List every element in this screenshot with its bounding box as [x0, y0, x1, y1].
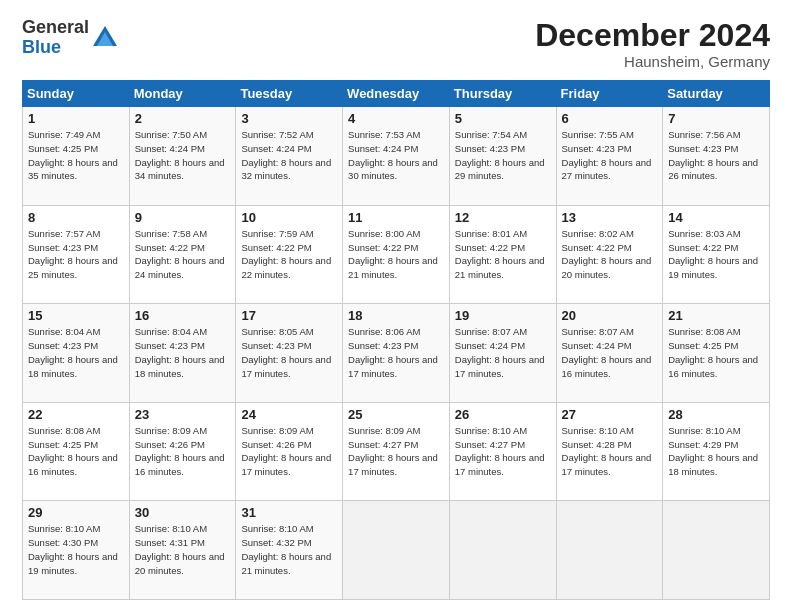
table-row: 7 Sunrise: 7:56 AM Sunset: 4:23 PM Dayli…	[663, 107, 770, 206]
day-number: 28	[668, 407, 764, 422]
day-info: Sunrise: 7:53 AM Sunset: 4:24 PM Dayligh…	[348, 128, 444, 183]
day-info: Sunrise: 8:08 AM Sunset: 4:25 PM Dayligh…	[28, 424, 124, 479]
day-number: 29	[28, 505, 124, 520]
table-row	[663, 501, 770, 600]
table-row: 20 Sunrise: 8:07 AM Sunset: 4:24 PM Dayl…	[556, 304, 663, 403]
day-info: Sunrise: 8:02 AM Sunset: 4:22 PM Dayligh…	[562, 227, 658, 282]
calendar-header-row: Sunday Monday Tuesday Wednesday Thursday…	[23, 81, 770, 107]
day-info: Sunrise: 8:08 AM Sunset: 4:25 PM Dayligh…	[668, 325, 764, 380]
day-info: Sunrise: 7:49 AM Sunset: 4:25 PM Dayligh…	[28, 128, 124, 183]
day-number: 16	[135, 308, 231, 323]
table-row: 23 Sunrise: 8:09 AM Sunset: 4:26 PM Dayl…	[129, 402, 236, 501]
day-number: 9	[135, 210, 231, 225]
day-info: Sunrise: 8:07 AM Sunset: 4:24 PM Dayligh…	[562, 325, 658, 380]
day-info: Sunrise: 7:52 AM Sunset: 4:24 PM Dayligh…	[241, 128, 337, 183]
day-info: Sunrise: 8:06 AM Sunset: 4:23 PM Dayligh…	[348, 325, 444, 380]
day-info: Sunrise: 7:54 AM Sunset: 4:23 PM Dayligh…	[455, 128, 551, 183]
calendar-body: 1 Sunrise: 7:49 AM Sunset: 4:25 PM Dayli…	[23, 107, 770, 600]
day-number: 13	[562, 210, 658, 225]
table-row: 14 Sunrise: 8:03 AM Sunset: 4:22 PM Dayl…	[663, 205, 770, 304]
day-info: Sunrise: 8:00 AM Sunset: 4:22 PM Dayligh…	[348, 227, 444, 282]
day-info: Sunrise: 8:10 AM Sunset: 4:31 PM Dayligh…	[135, 522, 231, 577]
day-number: 23	[135, 407, 231, 422]
table-row: 25 Sunrise: 8:09 AM Sunset: 4:27 PM Dayl…	[343, 402, 450, 501]
table-row: 24 Sunrise: 8:09 AM Sunset: 4:26 PM Dayl…	[236, 402, 343, 501]
table-row: 12 Sunrise: 8:01 AM Sunset: 4:22 PM Dayl…	[449, 205, 556, 304]
header: General Blue December 2024 Haunsheim, Ge…	[22, 18, 770, 70]
page: General Blue December 2024 Haunsheim, Ge…	[0, 0, 792, 612]
calendar-table: Sunday Monday Tuesday Wednesday Thursday…	[22, 80, 770, 600]
day-number: 1	[28, 111, 124, 126]
table-row: 1 Sunrise: 7:49 AM Sunset: 4:25 PM Dayli…	[23, 107, 130, 206]
day-info: Sunrise: 8:09 AM Sunset: 4:26 PM Dayligh…	[135, 424, 231, 479]
day-number: 11	[348, 210, 444, 225]
location: Haunsheim, Germany	[535, 53, 770, 70]
table-row	[343, 501, 450, 600]
table-row	[556, 501, 663, 600]
table-row: 28 Sunrise: 8:10 AM Sunset: 4:29 PM Dayl…	[663, 402, 770, 501]
logo-icon	[91, 24, 119, 52]
header-saturday: Saturday	[663, 81, 770, 107]
header-wednesday: Wednesday	[343, 81, 450, 107]
day-number: 22	[28, 407, 124, 422]
table-row	[449, 501, 556, 600]
day-number: 27	[562, 407, 658, 422]
day-number: 30	[135, 505, 231, 520]
day-info: Sunrise: 8:03 AM Sunset: 4:22 PM Dayligh…	[668, 227, 764, 282]
table-row: 13 Sunrise: 8:02 AM Sunset: 4:22 PM Dayl…	[556, 205, 663, 304]
day-number: 6	[562, 111, 658, 126]
table-row: 8 Sunrise: 7:57 AM Sunset: 4:23 PM Dayli…	[23, 205, 130, 304]
day-info: Sunrise: 8:04 AM Sunset: 4:23 PM Dayligh…	[28, 325, 124, 380]
header-monday: Monday	[129, 81, 236, 107]
title-block: December 2024 Haunsheim, Germany	[535, 18, 770, 70]
day-info: Sunrise: 8:04 AM Sunset: 4:23 PM Dayligh…	[135, 325, 231, 380]
table-row: 10 Sunrise: 7:59 AM Sunset: 4:22 PM Dayl…	[236, 205, 343, 304]
table-row: 6 Sunrise: 7:55 AM Sunset: 4:23 PM Dayli…	[556, 107, 663, 206]
calendar-week-row: 1 Sunrise: 7:49 AM Sunset: 4:25 PM Dayli…	[23, 107, 770, 206]
day-number: 2	[135, 111, 231, 126]
day-number: 21	[668, 308, 764, 323]
table-row: 29 Sunrise: 8:10 AM Sunset: 4:30 PM Dayl…	[23, 501, 130, 600]
table-row: 19 Sunrise: 8:07 AM Sunset: 4:24 PM Dayl…	[449, 304, 556, 403]
day-number: 7	[668, 111, 764, 126]
logo-blue: Blue	[22, 38, 89, 58]
month-title: December 2024	[535, 18, 770, 53]
table-row: 27 Sunrise: 8:10 AM Sunset: 4:28 PM Dayl…	[556, 402, 663, 501]
day-info: Sunrise: 8:01 AM Sunset: 4:22 PM Dayligh…	[455, 227, 551, 282]
table-row: 5 Sunrise: 7:54 AM Sunset: 4:23 PM Dayli…	[449, 107, 556, 206]
day-info: Sunrise: 8:05 AM Sunset: 4:23 PM Dayligh…	[241, 325, 337, 380]
day-number: 20	[562, 308, 658, 323]
table-row: 16 Sunrise: 8:04 AM Sunset: 4:23 PM Dayl…	[129, 304, 236, 403]
day-info: Sunrise: 8:10 AM Sunset: 4:32 PM Dayligh…	[241, 522, 337, 577]
day-info: Sunrise: 7:50 AM Sunset: 4:24 PM Dayligh…	[135, 128, 231, 183]
day-number: 24	[241, 407, 337, 422]
table-row: 15 Sunrise: 8:04 AM Sunset: 4:23 PM Dayl…	[23, 304, 130, 403]
day-info: Sunrise: 7:56 AM Sunset: 4:23 PM Dayligh…	[668, 128, 764, 183]
calendar-week-row: 15 Sunrise: 8:04 AM Sunset: 4:23 PM Dayl…	[23, 304, 770, 403]
day-info: Sunrise: 8:09 AM Sunset: 4:26 PM Dayligh…	[241, 424, 337, 479]
day-info: Sunrise: 7:55 AM Sunset: 4:23 PM Dayligh…	[562, 128, 658, 183]
day-info: Sunrise: 8:10 AM Sunset: 4:29 PM Dayligh…	[668, 424, 764, 479]
table-row: 21 Sunrise: 8:08 AM Sunset: 4:25 PM Dayl…	[663, 304, 770, 403]
header-thursday: Thursday	[449, 81, 556, 107]
logo-general: General	[22, 18, 89, 38]
day-info: Sunrise: 7:58 AM Sunset: 4:22 PM Dayligh…	[135, 227, 231, 282]
day-number: 5	[455, 111, 551, 126]
day-number: 19	[455, 308, 551, 323]
day-number: 31	[241, 505, 337, 520]
calendar-week-row: 29 Sunrise: 8:10 AM Sunset: 4:30 PM Dayl…	[23, 501, 770, 600]
calendar-week-row: 8 Sunrise: 7:57 AM Sunset: 4:23 PM Dayli…	[23, 205, 770, 304]
day-number: 14	[668, 210, 764, 225]
logo-text: General Blue	[22, 18, 89, 58]
header-sunday: Sunday	[23, 81, 130, 107]
day-number: 15	[28, 308, 124, 323]
day-info: Sunrise: 7:57 AM Sunset: 4:23 PM Dayligh…	[28, 227, 124, 282]
table-row: 22 Sunrise: 8:08 AM Sunset: 4:25 PM Dayl…	[23, 402, 130, 501]
day-number: 3	[241, 111, 337, 126]
day-info: Sunrise: 8:10 AM Sunset: 4:30 PM Dayligh…	[28, 522, 124, 577]
day-number: 18	[348, 308, 444, 323]
day-info: Sunrise: 8:07 AM Sunset: 4:24 PM Dayligh…	[455, 325, 551, 380]
table-row: 18 Sunrise: 8:06 AM Sunset: 4:23 PM Dayl…	[343, 304, 450, 403]
table-row: 2 Sunrise: 7:50 AM Sunset: 4:24 PM Dayli…	[129, 107, 236, 206]
table-row: 26 Sunrise: 8:10 AM Sunset: 4:27 PM Dayl…	[449, 402, 556, 501]
